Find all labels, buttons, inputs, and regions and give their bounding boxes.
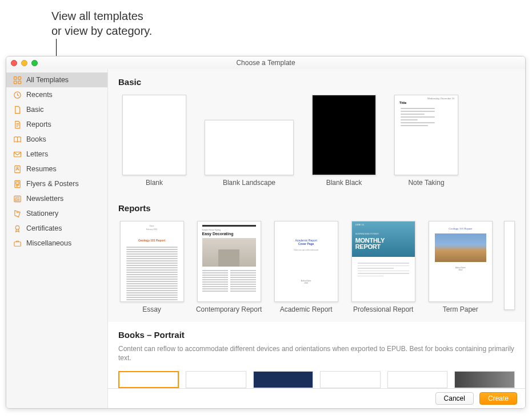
template-term-paper[interactable]: Geology 101 Report Author Name2024 Term …: [427, 221, 494, 313]
person-icon: [13, 165, 22, 174]
svg-rect-9: [16, 182, 19, 184]
template-book-4[interactable]: [320, 371, 381, 388]
template-label: Note Taking: [408, 179, 444, 187]
template-book-1[interactable]: [118, 371, 179, 388]
sidebar-item-basic[interactable]: Basic: [6, 102, 107, 117]
book-icon: [13, 135, 22, 144]
stationery-icon: [13, 210, 22, 218]
sidebar-item-stationery[interactable]: Stationery: [6, 206, 107, 221]
svg-rect-12: [14, 241, 21, 246]
template-label: Blank Landscape: [223, 179, 275, 187]
close-window-button[interactable]: [11, 60, 17, 66]
template-book-2[interactable]: [186, 371, 246, 388]
template-book-6[interactable]: [454, 371, 515, 388]
footer: Cancel Create: [108, 388, 525, 408]
template-professional-report[interactable]: JUNE 15 SUSPENDISSE POTENTI MONTHLYREPOR…: [350, 221, 417, 313]
sidebar-item-label: Newsletters: [26, 195, 63, 203]
sidebar-item-label: Stationery: [26, 210, 58, 217]
template-thumb: Geology 101 Report Author Name2024: [429, 221, 493, 301]
doc-icon: [13, 106, 22, 114]
template-label: Professional Report: [353, 305, 413, 314]
template-content[interactable]: Basic Blank Blank Landscape Blank Black: [108, 69, 525, 408]
template-thumb: [205, 120, 294, 175]
section-row-books: [108, 368, 525, 388]
envelope-icon: [13, 150, 22, 159]
svg-point-7: [17, 167, 18, 168]
sidebar-item-miscellaneous[interactable]: Miscellaneous: [6, 236, 107, 251]
svg-rect-3: [18, 80, 21, 83]
template-contemporary-report[interactable]: Simple Home Styling Easy Decorating Cont…: [195, 221, 262, 313]
poster-icon: [13, 180, 22, 188]
template-thumb: Name February 2019 Geology 101 Report: [120, 221, 184, 301]
sidebar-item-books[interactable]: Books: [6, 132, 107, 147]
sidebar: All Templates Recents Basic Reports: [6, 69, 108, 408]
sidebar-item-label: Flyers & Posters: [26, 180, 79, 188]
sidebar-item-all-templates[interactable]: All Templates: [6, 72, 107, 87]
template-note-taking[interactable]: Wednesday, December 19 Title Note Taking: [390, 95, 462, 187]
template-book-3[interactable]: [253, 371, 314, 388]
grid-icon: [13, 76, 22, 84]
template-thumb: JUNE 15 SUSPENDISSE POTENTI MONTHLYREPOR…: [351, 221, 415, 301]
sidebar-item-label: Reports: [26, 120, 51, 128]
template-peek[interactable]: [504, 221, 515, 310]
svg-rect-1: [18, 76, 21, 79]
sidebar-item-recents[interactable]: Recents: [6, 87, 107, 102]
section-row-reports: Name February 2019 Geology 101 Report Es…: [108, 217, 525, 321]
svg-rect-0: [14, 76, 17, 79]
section-description-books: Content can reflow to accommodate differ…: [108, 344, 525, 368]
template-thumb: [312, 95, 376, 175]
minimize-window-button[interactable]: [21, 60, 27, 66]
template-thumb: Simple Home Styling Easy Decorating: [197, 221, 261, 301]
section-header-basic: Basic: [108, 69, 525, 91]
sidebar-item-label: Recents: [26, 91, 53, 99]
template-label: Contemporary Report: [196, 305, 262, 314]
sidebar-item-label: All Templates: [26, 76, 69, 84]
template-essay[interactable]: Name February 2019 Geology 101 Report Es…: [118, 221, 185, 313]
sidebar-item-label: Basic: [26, 106, 44, 114]
titlebar: Choose a Template: [6, 57, 525, 69]
sidebar-item-label: Miscellaneous: [26, 239, 71, 247]
sidebar-item-newsletters[interactable]: Newsletters: [6, 191, 107, 206]
section-header-books: Books – Portrait: [108, 322, 525, 344]
template-thumb: Wednesday, December 19 Title: [394, 95, 458, 175]
create-button[interactable]: Create: [479, 392, 517, 405]
callout-line1: View all templates: [51, 9, 152, 23]
sidebar-item-label: Letters: [26, 150, 48, 158]
template-label: Academic Report: [280, 305, 333, 314]
template-blank-black[interactable]: Blank Black: [308, 95, 380, 187]
template-blank[interactable]: Blank: [118, 95, 190, 187]
template-academic-report[interactable]: Academic Report Cover Page Dolor arcu qu…: [273, 221, 339, 313]
window-title: Choose a Template: [6, 59, 525, 67]
news-icon: [13, 195, 22, 203]
zoom-window-button[interactable]: [31, 60, 38, 66]
section-row-basic: Blank Blank Landscape Blank Black Wednes…: [108, 91, 525, 195]
template-thumb: [122, 95, 186, 175]
template-label: Blank: [146, 179, 163, 187]
template-blank-landscape[interactable]: Blank Landscape: [201, 95, 298, 187]
doc-text-icon: [13, 120, 22, 129]
sidebar-item-reports[interactable]: Reports: [6, 117, 107, 132]
callout-text: View all templates or view by category.: [51, 9, 152, 38]
sidebar-item-resumes[interactable]: Resumes: [6, 162, 107, 176]
clock-icon: [13, 91, 22, 99]
sidebar-item-label: Certificates: [26, 224, 62, 232]
template-label: Term Paper: [443, 305, 478, 314]
sidebar-item-letters[interactable]: Letters: [6, 147, 107, 162]
sidebar-item-certificates[interactable]: Certificates: [6, 221, 107, 236]
callout-line2: or view by category.: [51, 23, 152, 38]
misc-icon: [13, 239, 22, 248]
svg-point-11: [15, 225, 19, 229]
sidebar-item-flyers-posters[interactable]: Flyers & Posters: [6, 176, 107, 191]
template-thumb: Academic Report Cover Page Dolor arcu qu…: [274, 221, 338, 301]
template-label: Essay: [142, 305, 161, 314]
cancel-button[interactable]: Cancel: [435, 392, 474, 405]
sidebar-item-label: Books: [26, 135, 46, 143]
section-header-reports: Reports: [108, 195, 525, 217]
template-book-5[interactable]: [387, 371, 448, 388]
traffic-lights: [11, 60, 38, 66]
template-chooser-window: Choose a Template All Templates Recents: [6, 56, 526, 409]
svg-rect-2: [14, 80, 17, 83]
template-label: Blank Black: [326, 179, 362, 187]
sidebar-item-label: Resumes: [26, 165, 57, 173]
ribbon-icon: [13, 224, 22, 233]
